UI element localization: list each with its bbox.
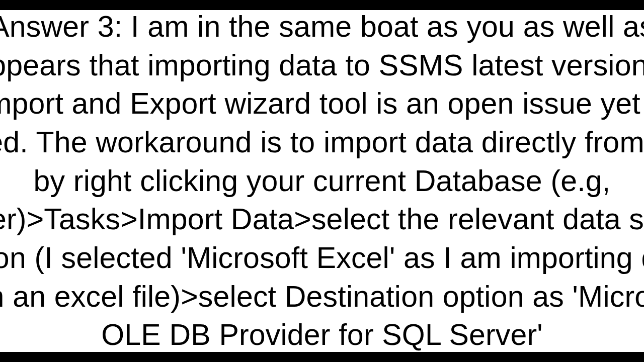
answer-line: OLE DB Provider for SQL Server' [0, 316, 644, 354]
answer-line: master)>Tasks>Import Data>select the rel… [0, 200, 644, 239]
answer-line: by right clicking your current Database … [0, 162, 644, 201]
document-frame: Answer 3: I am in the same boat as you a… [0, 5, 644, 357]
answer-line: the Import and Export wizard tool is an … [0, 84, 644, 123]
answer-line: option (I selected 'Microsoft Excel' as … [0, 239, 644, 278]
answer-line: from an excel file)>select Destination o… [0, 278, 644, 316]
answer-line: Answer 3: I am in the same boat as you a… [0, 8, 644, 46]
answer-line: it appears that importing data to SSMS l… [0, 46, 644, 85]
answer-text-block: Answer 3: I am in the same boat as you a… [0, 8, 644, 354]
answer-line: resolved. The workaround is to import da… [0, 123, 644, 162]
